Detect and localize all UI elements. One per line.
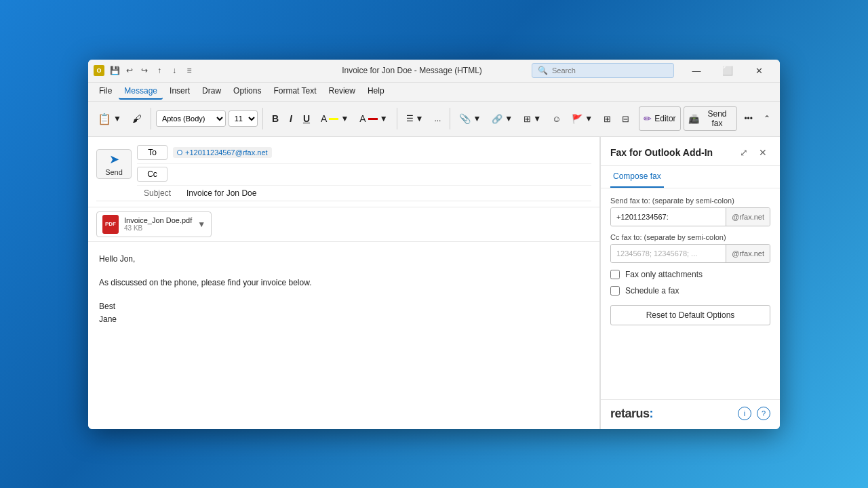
to-chip[interactable]: +12011234567@rfax.net [173,147,272,158]
font-size-select[interactable]: 11 [229,110,258,127]
send-fax-input[interactable] [611,208,726,226]
reset-default-options-button[interactable]: Reset to Default Options [610,305,770,325]
app-icon: O [94,65,104,76]
cc-fax-input-row[interactable]: @rfax.net [610,244,770,263]
email-sign-name: Jane [99,313,559,326]
menu-draw[interactable]: Draw [197,83,226,100]
fax-only-attachments-checkbox[interactable] [610,270,620,279]
search-input[interactable] [552,66,667,75]
attachment-dropdown-icon[interactable]: ▼ [197,220,205,229]
send-fax-ribbon-btn[interactable]: 📠 Send fax [684,106,738,131]
attach-arrow: ▼ [473,114,481,123]
bullets-btn[interactable]: ☰ ▼ [402,106,428,131]
bold-icon: B [272,113,279,124]
fax-footer-icons: i ? [738,407,770,420]
clipboard-btn[interactable]: 📋 ▼ [94,106,125,131]
search-bar[interactable]: 🔍 [532,63,674,78]
redo-qat-btn[interactable]: ↪ [138,64,151,77]
ribbon-overflow-icon: ••• [744,114,753,123]
cc-field-row: Cc [137,164,591,186]
search-icon: 🔍 [538,66,548,75]
to-button[interactable]: To [137,145,167,160]
save-qat-btn[interactable]: 💾 [108,64,121,77]
highlight-icon: A [321,113,327,124]
title-bar: O 💾 ↩ ↪ ↑ ↓ ≡ Invoice for Jon Doe - Mess… [88,60,780,83]
fax-popout-button[interactable]: ⤢ [736,145,751,160]
send-arrow-icon: ➤ [109,152,119,167]
send-button[interactable]: ➤ Send [96,149,132,179]
menu-review[interactable]: Review [323,83,361,100]
attach-icon: 📎 [459,113,471,124]
help-button[interactable]: ? [757,407,770,420]
pdf-icon: PDF [102,215,119,234]
send-fax-input-row[interactable]: @rfax.net [610,207,770,226]
window-controls: — ⬜ ✕ [681,60,774,83]
editor-btn[interactable]: ✏ Editor [639,106,680,131]
menu-help[interactable]: Help [362,83,390,100]
bold-btn[interactable]: B [268,106,283,131]
fax-only-attachments-label[interactable]: Fax only attachments [625,270,703,279]
outlook-window: O 💾 ↩ ↪ ↑ ↓ ≡ Invoice for Jon Doe - Mess… [88,60,780,429]
insert-btn[interactable]: ⊞ ▼ [519,106,545,131]
fax-header-controls: ⤢ ✕ [736,145,770,160]
email-sign-best: Best [99,300,559,313]
font-color-btn[interactable]: A ▼ [355,106,391,131]
flag-btn[interactable]: 🚩 ▼ [568,106,597,131]
ribbon-overflow-btn[interactable]: ••• [740,106,757,131]
undo-qat-btn[interactable]: ↩ [123,64,136,77]
to-field-row: To +12011234567@rfax.net [137,142,591,164]
email-area: ➤ Send To +12011234567@rfax.net [88,137,600,429]
menu-file[interactable]: File [94,83,117,100]
table-btn[interactable]: ⊞ [599,106,615,131]
up-qat-btn[interactable]: ↑ [153,64,165,77]
menu-insert[interactable]: Insert [164,83,195,100]
menu-qat-btn[interactable]: ≡ [183,64,195,77]
email-body[interactable]: Hello Jon, As discussed on the phone, pl… [88,242,599,338]
info-button[interactable]: i [738,407,751,420]
schedule-fax-label[interactable]: Schedule a fax [625,286,679,296]
italic-btn[interactable]: I [285,106,296,131]
to-address: +12011234567@rfax.net [185,148,268,157]
menu-message[interactable]: Message [119,83,163,100]
fax-close-button[interactable]: ✕ [755,145,770,160]
attachment-chip[interactable]: PDF Invoice_Jon Doe.pdf 43 KB ▼ [96,211,212,237]
fax-footer: retarus: i ? [601,399,780,429]
more-btn[interactable]: ... [430,106,445,131]
format-painter-btn[interactable]: 🖌 [128,106,146,131]
ribbon: 📋 ▼ 🖌 Aptos (Body) 11 B I U [88,102,780,137]
attachment-name: Invoice_Jon Doe.pdf [124,216,192,224]
fax-compose-tab[interactable]: Compose fax [610,166,664,188]
apps-btn[interactable]: ⊟ [618,106,633,131]
fax-only-attachments-row: Fax only attachments [610,270,770,279]
more-icon: ... [434,114,441,123]
close-button[interactable]: ✕ [743,60,774,83]
send-fax-ribbon-label: Send fax [702,109,733,128]
cc-fax-input[interactable] [611,245,726,262]
address-fields: To +12011234567@rfax.net Cc [137,142,591,186]
retarus-dot: : [650,407,654,420]
underline-icon: U [303,113,310,124]
link-icon: 🔗 [492,114,502,124]
link-btn[interactable]: 🔗 ▼ [488,106,517,131]
underline-btn[interactable]: U [299,106,314,131]
ribbon-sep-4 [450,108,450,129]
down-qat-btn[interactable]: ↓ [168,64,180,77]
minimize-button[interactable]: — [681,60,712,83]
attachment-area: PDF Invoice_Jon Doe.pdf 43 KB ▼ [88,207,599,242]
attach-btn[interactable]: 📎 ▼ [455,106,485,131]
font-name-select[interactable]: Aptos (Body) [156,110,226,127]
maximize-button[interactable]: ⬜ [712,60,743,83]
schedule-fax-checkbox[interactable] [610,286,620,296]
cc-fax-field: Cc fax to: (separate by semi-colon) @rfa… [610,233,770,263]
highlight-btn[interactable]: A ▼ [317,106,353,131]
menu-bar: File Message Insert Draw Options Format … [88,83,780,102]
menu-format-text[interactable]: Format Text [268,83,321,100]
window-title: Invoice for Jon Doe - Message (HTML) [292,66,532,75]
menu-options[interactable]: Options [228,83,267,100]
send-fax-domain: @rfax.net [726,208,770,226]
insert-arrow: ▼ [533,114,541,123]
ribbon-collapse-btn[interactable]: ⌃ [760,106,774,131]
attachment-size: 43 KB [124,224,192,232]
emoji-btn[interactable]: ☺ [548,106,565,131]
cc-button[interactable]: Cc [137,167,167,182]
